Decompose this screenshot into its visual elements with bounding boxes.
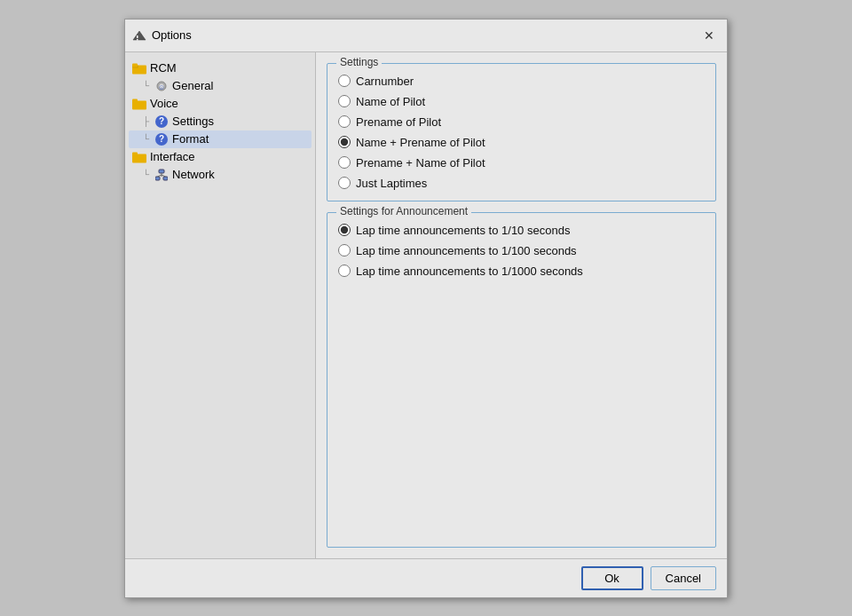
dialog-title: Options: [152, 28, 192, 42]
dialog-body: RCM └ ☺ General: [125, 52, 727, 558]
svg-marker-0: [133, 31, 146, 40]
svg-text:☺: ☺: [158, 83, 165, 91]
question-icon-settings: ?: [154, 115, 169, 129]
question-icon-format: ?: [154, 132, 169, 146]
radio-just-laptimes[interactable]: Just Laptimes: [338, 177, 705, 190]
sidebar-label-settings: Settings: [172, 115, 214, 128]
sidebar-item-general[interactable]: └ ☺ General: [129, 77, 312, 95]
folder-icon-voice: [132, 97, 146, 111]
title-bar: Options ✕: [125, 20, 727, 52]
radio-name-prename-pilot-input[interactable]: [338, 136, 351, 148]
sidebar-item-format[interactable]: └ ? Format: [129, 130, 312, 148]
announcement-radio-group: Lap time announcements to 1/10 seconds L…: [338, 224, 705, 278]
radio-name-prename-pilot[interactable]: Name + Prename of Pilot: [338, 136, 705, 149]
radio-thousandth[interactable]: Lap time announcements to 1/1000 seconds: [338, 265, 705, 278]
radio-carnumber-input[interactable]: [338, 75, 351, 87]
title-bar-left: Options: [132, 28, 192, 43]
sidebar-item-rcm[interactable]: RCM: [129, 59, 312, 77]
radio-name-of-pilot[interactable]: Name of Pilot: [338, 95, 705, 108]
radio-hundredth-input[interactable]: [338, 244, 351, 257]
close-button[interactable]: ✕: [698, 25, 720, 46]
radio-just-laptimes-input[interactable]: [338, 177, 351, 189]
sidebar-label-interface: Interface: [150, 150, 195, 163]
sidebar-label-voice: Voice: [150, 97, 178, 110]
sidebar: RCM └ ☺ General: [125, 52, 316, 558]
sidebar-label-rcm: RCM: [150, 61, 177, 75]
dialog-footer: Ok Cancel: [125, 558, 727, 597]
tree-line-network: └: [143, 170, 149, 179]
radio-prename-name-pilot[interactable]: Prename + Name of Pilot: [338, 156, 705, 170]
radio-prename-of-pilot-input[interactable]: [338, 115, 351, 128]
radio-prename-of-pilot-label: Prename of Pilot: [356, 115, 441, 129]
radio-thousandth-label: Lap time announcements to 1/1000 seconds: [356, 265, 583, 278]
radio-name-prename-pilot-label: Name + Prename of Pilot: [356, 136, 485, 149]
svg-rect-15: [163, 177, 168, 180]
radio-prename-name-pilot-label: Prename + Name of Pilot: [356, 156, 485, 170]
network-icon: [154, 168, 169, 182]
tree-line-settings: ├: [143, 116, 149, 126]
announcement-group-title: Settings for Announcement: [336, 205, 471, 217]
sidebar-item-network[interactable]: └ Network: [129, 166, 312, 184]
options-dialog: Options ✕ RCM └: [124, 19, 728, 598]
radio-thousandth-input[interactable]: [338, 265, 351, 277]
sidebar-label-format: Format: [172, 132, 209, 146]
announcement-group: Settings for Announcement Lap time annou…: [327, 212, 716, 548]
ok-button[interactable]: Ok: [581, 566, 643, 590]
sidebar-item-interface[interactable]: Interface: [129, 148, 312, 166]
radio-tenth-input[interactable]: [338, 224, 351, 236]
svg-rect-14: [155, 177, 160, 180]
radio-prename-of-pilot[interactable]: Prename of Pilot: [338, 115, 705, 129]
svg-rect-2: [137, 39, 138, 41]
tree-line-general: └: [143, 81, 149, 91]
svg-rect-1: [137, 36, 138, 38]
radio-prename-name-pilot-input[interactable]: [338, 156, 351, 169]
settings-group-title: Settings: [336, 56, 382, 68]
svg-rect-13: [159, 170, 164, 173]
sidebar-item-voice[interactable]: Voice: [129, 95, 312, 113]
svg-rect-12: [132, 152, 138, 155]
folder-icon-interface: [132, 150, 146, 164]
radio-name-of-pilot-input[interactable]: [338, 95, 351, 107]
radio-hundredth[interactable]: Lap time announcements to 1/100 seconds: [338, 244, 705, 257]
folder-icon-rcm: [132, 61, 146, 75]
sidebar-item-settings[interactable]: ├ ? Settings: [129, 113, 312, 130]
sidebar-label-general: General: [172, 79, 213, 92]
svg-rect-10: [132, 99, 138, 102]
cancel-button[interactable]: Cancel: [651, 566, 716, 590]
radio-just-laptimes-label: Just Laptimes: [356, 177, 427, 190]
tree-line-format: └: [143, 134, 149, 144]
radio-hundredth-label: Lap time announcements to 1/100 seconds: [356, 244, 577, 257]
radio-name-of-pilot-label: Name of Pilot: [356, 95, 425, 108]
content-area: Settings Carnumber Name of Pilot Prename…: [316, 52, 727, 558]
svg-rect-5: [132, 63, 138, 67]
radio-tenth-label: Lap time announcements to 1/10 seconds: [356, 224, 570, 237]
gear-icon-general: ☺: [154, 79, 169, 93]
settings-group: Settings Carnumber Name of Pilot Prename…: [327, 63, 716, 201]
radio-carnumber[interactable]: Carnumber: [338, 75, 705, 88]
settings-radio-group: Carnumber Name of Pilot Prename of Pilot…: [338, 75, 705, 190]
dialog-icon: [132, 28, 146, 43]
sidebar-label-network: Network: [172, 168, 215, 181]
radio-tenth[interactable]: Lap time announcements to 1/10 seconds: [338, 224, 705, 237]
radio-carnumber-label: Carnumber: [356, 75, 414, 88]
